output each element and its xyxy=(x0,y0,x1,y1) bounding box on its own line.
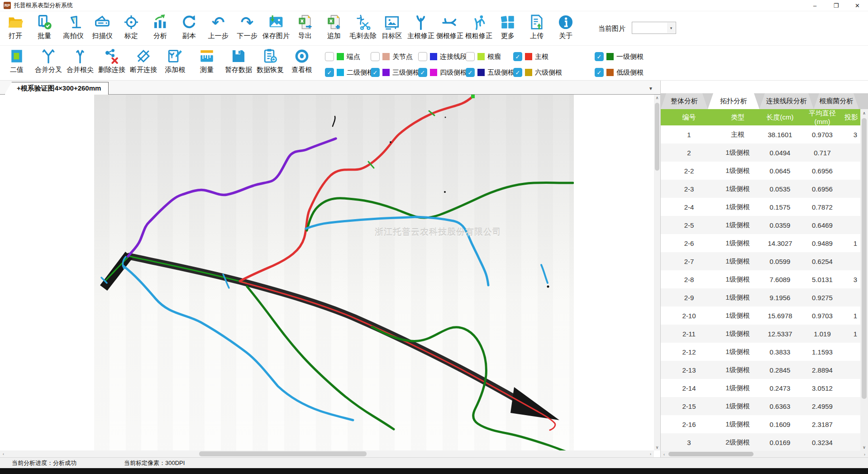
table-cell: 2-13 xyxy=(661,366,717,374)
deburr-button[interactable]: 毛刺去除 xyxy=(348,14,377,40)
table-cell: 1.1593 xyxy=(802,348,843,356)
measure-button[interactable]: 测量 xyxy=(191,48,223,74)
legend-checkbox[interactable]: ✓ xyxy=(325,68,334,77)
view-root-button[interactable]: 查看根 xyxy=(286,48,318,74)
table-row[interactable]: 32级侧根0.01690.3234 xyxy=(661,433,868,451)
table-row[interactable]: 2-151级侧根0.63632.4959 xyxy=(661,397,868,415)
export-button[interactable]: 导出 xyxy=(291,14,320,40)
scroll-left-icon[interactable]: ‹ xyxy=(0,450,7,457)
redo-button[interactable]: ↷ 下一步 xyxy=(233,14,262,40)
legend-item: ✓四级侧根 xyxy=(418,68,466,77)
table-row[interactable]: 2-51级侧根0.03590.6469 xyxy=(661,216,868,234)
save-data-button[interactable]: 暂存数据 xyxy=(223,48,254,74)
legend-checkbox[interactable]: ✓ xyxy=(595,68,604,77)
scroll-down-icon[interactable]: ∨ xyxy=(654,444,660,450)
table-cell: 2-5 xyxy=(661,221,717,229)
doc-camera-button[interactable]: 高拍仪 xyxy=(59,14,88,40)
table-row[interactable]: 21级侧根0.04940.717 xyxy=(661,144,868,162)
scroll-right-icon[interactable]: › xyxy=(647,450,654,457)
root-thickness-fix-button[interactable]: 根粗修正 xyxy=(464,14,493,40)
append-button[interactable]: 追加 xyxy=(320,14,348,40)
table-row[interactable]: 2-161级侧根0.16092.3187 xyxy=(661,415,868,433)
merge-tip-icon xyxy=(72,48,89,65)
table-row[interactable]: 2-91级侧根9.19560.9275 xyxy=(661,288,868,306)
canvas-horizontal-scrollbar[interactable]: ‹ › xyxy=(0,450,654,457)
more-button[interactable]: 更多 xyxy=(493,14,522,40)
legend-checkbox[interactable]: ✓ xyxy=(513,68,522,77)
table-row[interactable]: 2-141级侧根0.24733.0512 xyxy=(661,379,868,397)
table-row[interactable]: 2-41级侧根0.15750.7872 xyxy=(661,198,868,216)
table-cell: 2级侧根 xyxy=(717,438,758,447)
legend-checkbox[interactable]: ✓ xyxy=(371,68,380,77)
table-row[interactable]: 2-61级侧根14.30270.94891 xyxy=(661,234,868,252)
table-hscroll-thumb[interactable] xyxy=(668,452,754,456)
save-image-button[interactable]: 保存图片 xyxy=(262,14,291,40)
table-row[interactable]: 2-71级侧根0.05990.6254 xyxy=(661,252,868,270)
tick-blue-right xyxy=(541,265,548,283)
upload-button[interactable]: 上传 xyxy=(522,14,551,40)
calibrate-button[interactable]: 标定 xyxy=(117,14,146,40)
close-button[interactable]: ✕ xyxy=(847,0,868,11)
combo-dropdown-icon[interactable]: ▾ xyxy=(667,23,675,33)
table-row[interactable]: 1主根38.16010.97033 xyxy=(661,125,868,144)
tab-segment-analysis[interactable]: 连接线段分析 xyxy=(759,93,814,109)
legend-label: 根瘤 xyxy=(487,53,501,61)
legend-checkbox[interactable]: ✓ xyxy=(466,68,475,77)
table-scroll-left-icon[interactable]: ‹ xyxy=(661,451,668,457)
table-row[interactable]: 2-131级侧根0.28452.8894 xyxy=(661,361,868,379)
table-scroll-down-icon[interactable]: ∨ xyxy=(860,443,868,451)
canvas-vertical-scrollbar[interactable]: ∧ ∨ xyxy=(654,95,660,450)
document-tab-active[interactable]: +根系验证图4×300+260mm xyxy=(5,82,109,95)
merge-tip-button[interactable]: 合并根尖 xyxy=(64,48,96,74)
legend-checkbox[interactable]: ✓ xyxy=(595,52,604,61)
restore-data-button[interactable]: 数据恢复 xyxy=(254,48,286,74)
table-row[interactable]: 2-31级侧根0.05350.6956 xyxy=(661,180,868,198)
table-row[interactable]: 2-21级侧根0.06450.6956 xyxy=(661,162,868,180)
break-connection-button[interactable]: 断开连接 xyxy=(128,48,159,74)
root-image-viewport[interactable]: 浙江托普云农科技股份有限公司 xyxy=(0,95,654,450)
delete-connection-button[interactable]: 删除连接 xyxy=(96,48,128,74)
current-image-select[interactable]: ▾ xyxy=(632,22,676,34)
analyze-button[interactable]: 分析 xyxy=(146,14,175,40)
minimize-button[interactable]: – xyxy=(804,0,825,11)
table-row[interactable]: 2-111级侧根12.53371.0191 xyxy=(661,325,868,343)
legend-checkbox[interactable] xyxy=(325,52,334,61)
window-title: 托普根系表型分析系统 xyxy=(14,1,73,10)
tab-nodule-analysis[interactable]: 根瘤菌分析 xyxy=(814,93,859,109)
legend-checkbox[interactable] xyxy=(371,52,380,61)
legend-checkbox[interactable]: ✓ xyxy=(513,52,522,61)
table-scroll-right-icon[interactable]: › xyxy=(861,451,868,457)
open-button[interactable]: 打开 xyxy=(1,14,30,40)
table-vscroll-thumb[interactable] xyxy=(862,118,867,399)
legend-checkbox[interactable] xyxy=(418,52,427,61)
scroll-up-icon[interactable]: ∧ xyxy=(654,95,660,101)
table-scroll-up-icon[interactable]: ∧ xyxy=(860,109,868,117)
tabstrip-dropdown-icon[interactable]: ▼ xyxy=(649,86,653,91)
table-row[interactable]: 2-101级侧根15.69780.97031 xyxy=(661,306,868,325)
side-root-fix-button[interactable]: 侧根修正 xyxy=(435,14,464,40)
legend-item: ✓主根 xyxy=(513,52,595,61)
table-cell: 1 xyxy=(661,131,717,139)
table-row[interactable]: 2-121级侧根0.38331.1593 xyxy=(661,343,868,361)
binary-button[interactable]: 二值 xyxy=(1,48,33,74)
copy-button[interactable]: 副本 xyxy=(175,14,204,40)
table-vertical-scrollbar[interactable]: ∧ ∨ xyxy=(860,109,868,451)
canvas-vscroll-thumb[interactable] xyxy=(655,103,659,171)
target-area-button[interactable]: 目标区 xyxy=(377,14,406,40)
scanner-button[interactable]: 扫描仪 xyxy=(88,14,117,40)
legend-checkbox[interactable] xyxy=(466,52,475,61)
table-horizontal-scrollbar[interactable]: ‹ › xyxy=(661,451,868,457)
add-root-button[interactable]: 添加根 xyxy=(159,48,191,74)
undo-button[interactable]: ↶ 上一步 xyxy=(204,14,233,40)
maximize-button[interactable]: ❐ xyxy=(825,0,847,11)
about-button[interactable]: 关于 xyxy=(551,14,580,40)
batch-button[interactable]: 批量 xyxy=(30,14,59,40)
legend-checkbox[interactable]: ✓ xyxy=(418,68,427,77)
canvas-hscroll-thumb[interactable] xyxy=(199,451,367,456)
main-root-fix-button[interactable]: 主根修正 xyxy=(406,14,435,40)
table-row[interactable]: 2-81级侧根7.60895.01313 xyxy=(661,270,868,288)
edit-toolbar: 二值 合并分叉 合并根尖 删除连接 断开连接 添加根 测量 暂存数据 xyxy=(0,46,868,80)
tab-topology-analysis[interactable]: 拓扑分析 xyxy=(708,93,759,109)
tab-overall-analysis[interactable]: 整体分析 xyxy=(661,93,708,109)
merge-fork-button[interactable]: 合并分叉 xyxy=(33,48,64,74)
